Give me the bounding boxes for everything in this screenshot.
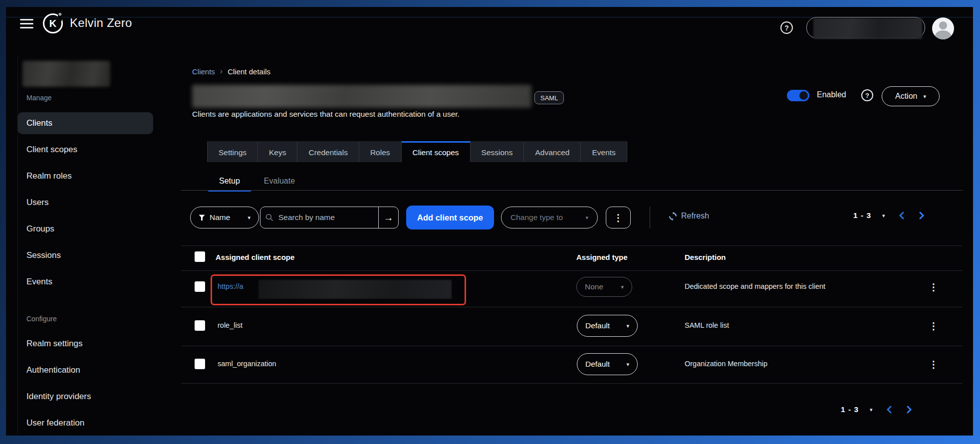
prev-page-icon[interactable] <box>898 212 905 220</box>
protocol-badge: SAML <box>534 91 564 104</box>
toolbar-divider <box>650 207 650 228</box>
tab-roles[interactable]: Roles <box>359 141 402 162</box>
column-header-scope: Assigned client scope <box>216 253 294 261</box>
sidebar-item-events[interactable]: Events <box>17 271 153 293</box>
refresh-icon <box>669 212 677 221</box>
chevron-down-icon: ▾ <box>923 93 926 100</box>
row-kebab-button[interactable]: ⋮ <box>927 318 940 333</box>
filter-icon <box>199 215 205 221</box>
scope-link[interactable]: https://a <box>218 282 244 290</box>
chevron-down-icon: ▾ <box>585 215 588 221</box>
tab-events[interactable]: Events <box>581 141 627 162</box>
avatar[interactable] <box>932 17 954 39</box>
prev-page-icon[interactable] <box>886 406 893 414</box>
subtab-setup[interactable]: Setup <box>207 172 252 190</box>
pagination-caret-icon[interactable]: ▾ <box>870 407 873 413</box>
chevron-down-icon: ▾ <box>247 215 250 221</box>
sidebar-item-sessions[interactable]: Sessions <box>17 244 153 266</box>
search-box: → <box>260 207 399 228</box>
breadcrumb-current: Client details <box>228 67 270 76</box>
kebab-icon: ⋮ <box>929 320 939 332</box>
search-type-dropdown[interactable]: Name ▾ <box>190 207 259 228</box>
sidebar-nav-manage: Clients Client scopes Realm roles Users … <box>17 112 153 297</box>
scope-subtabs: Setup Evaluate <box>207 172 307 190</box>
enabled-label: Enabled <box>817 90 846 99</box>
column-header-type: Assigned type <box>576 253 628 261</box>
chevron-down-icon: ▾ <box>626 323 629 329</box>
search-input[interactable] <box>273 207 378 228</box>
tab-settings[interactable]: Settings <box>207 141 258 162</box>
logo-letter: K <box>49 18 56 29</box>
column-header-description: Description <box>685 253 726 261</box>
row-kebab-button[interactable]: ⋮ <box>927 357 940 372</box>
sidebar-item-realm-settings[interactable]: Realm settings <box>17 333 153 355</box>
row-divider <box>181 270 963 271</box>
avatar-person-icon <box>939 21 947 29</box>
scope-name: role_list <box>218 321 243 329</box>
scope-name: saml_organization <box>218 360 276 368</box>
sidebar-item-users[interactable]: Users <box>17 192 153 214</box>
sidebar-item-realm-roles[interactable]: Realm roles <box>17 165 153 187</box>
scope-description: SAML role list <box>685 321 729 329</box>
sidebar-item-client-scopes[interactable]: Client scopes <box>17 139 153 161</box>
row-kebab-button[interactable]: ⋮ <box>927 279 940 294</box>
chevron-down-icon: ▾ <box>621 284 624 290</box>
chevron-down-icon: ▾ <box>626 361 629 368</box>
breadcrumb-separator: › <box>220 67 223 76</box>
breadcrumb: Clients › Client details <box>192 67 270 76</box>
next-page-icon[interactable] <box>906 406 913 414</box>
breadcrumb-clients-link[interactable]: Clients <box>192 67 215 76</box>
pagination-caret-icon[interactable]: ▾ <box>882 213 885 219</box>
tab-credentials[interactable]: Credentials <box>297 141 359 162</box>
scope-redaction <box>258 280 452 299</box>
row-checkbox[interactable] <box>195 281 205 292</box>
action-dropdown-button[interactable]: Action ▾ <box>882 86 940 106</box>
app-window: K ° Kelvin Zero ? Manage Clients Client … <box>6 7 973 436</box>
row-checkbox[interactable] <box>195 320 205 331</box>
sidebar-item-clients[interactable]: Clients <box>17 112 153 134</box>
tab-keys[interactable]: Keys <box>258 141 297 162</box>
sidebar-section-configure: Configure <box>26 315 57 323</box>
logo-degree: ° <box>58 12 62 21</box>
table-top-border <box>181 245 963 246</box>
kebab-icon: ⋮ <box>614 212 623 223</box>
assigned-type-dropdown[interactable]: Default ▾ <box>577 353 638 375</box>
add-client-scope-button[interactable]: Add client scope <box>406 206 494 229</box>
select-all-checkbox[interactable] <box>195 251 205 262</box>
arrow-right-icon: → <box>384 212 394 223</box>
tab-client-scopes[interactable]: Client scopes <box>402 141 471 162</box>
scope-description: Organization Membership <box>685 360 767 368</box>
client-description: Clients are applications and services th… <box>192 110 460 119</box>
pagination-range: 1 - 3 <box>841 405 859 414</box>
next-page-icon[interactable] <box>918 212 925 220</box>
realm-name-redaction[interactable] <box>22 61 110 87</box>
tab-sessions[interactable]: Sessions <box>471 141 524 162</box>
kebab-icon: ⋮ <box>929 281 939 293</box>
search-submit-button[interactable]: → <box>378 207 398 228</box>
menu-icon[interactable] <box>20 19 33 28</box>
tab-advanced[interactable]: Advanced <box>524 141 581 162</box>
sidebar-item-authentication[interactable]: Authentication <box>17 359 153 381</box>
row-divider <box>181 307 963 307</box>
sidebar-item-user-federation[interactable]: User federation <box>17 412 153 434</box>
refresh-button[interactable]: Refresh <box>669 212 709 221</box>
row-divider <box>181 346 963 346</box>
row-checkbox[interactable] <box>195 359 205 369</box>
enabled-help-icon[interactable]: ? <box>861 89 873 101</box>
change-type-dropdown[interactable]: Change type to ▾ <box>501 207 598 228</box>
help-icon[interactable]: ? <box>780 21 793 34</box>
sidebar-item-groups[interactable]: Groups <box>17 218 153 240</box>
enabled-toggle[interactable] <box>787 90 809 101</box>
subtab-evaluate[interactable]: Evaluate <box>252 172 307 190</box>
subtab-divider <box>181 190 963 191</box>
client-detail-tabs: Settings Keys Credentials Roles Client s… <box>207 141 627 162</box>
assigned-type-dropdown[interactable]: Default ▾ <box>577 315 638 337</box>
kebab-icon: ⋮ <box>929 359 939 370</box>
table-bottom-border <box>181 383 963 384</box>
client-name-redaction <box>192 85 531 108</box>
sidebar-item-identity-providers[interactable]: Identity providers <box>17 386 153 408</box>
scope-description: Dedicated scope and mappers for this cli… <box>685 282 825 290</box>
sidebar-section-manage: Manage <box>26 94 52 102</box>
assigned-type-dropdown[interactable]: None ▾ <box>576 277 632 297</box>
toolbar-kebab-button[interactable]: ⋮ <box>606 207 631 228</box>
